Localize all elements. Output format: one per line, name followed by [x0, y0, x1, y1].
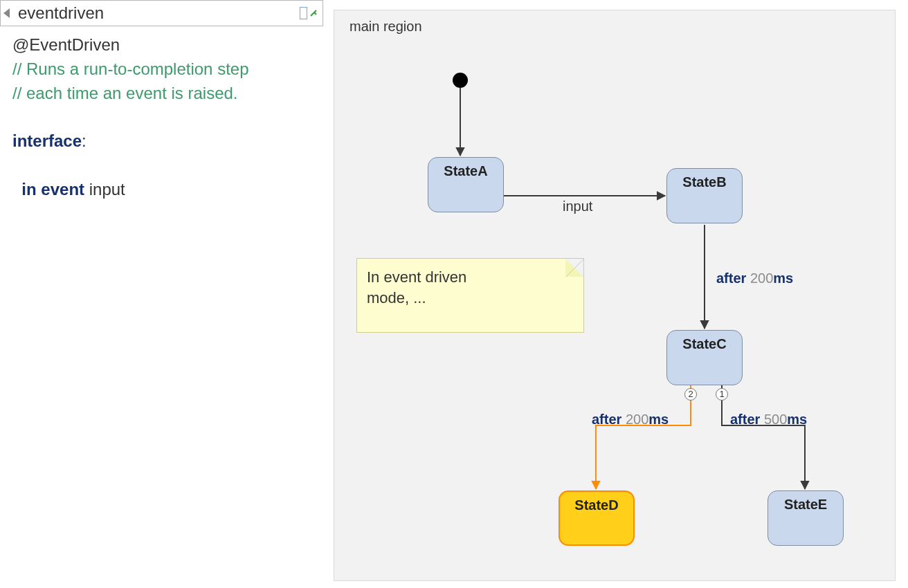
region-title: main region	[349, 19, 422, 35]
state-d-label: StateD	[574, 497, 618, 513]
panel-titlebar: eventdriven	[0, 0, 323, 26]
state-b-label: StateB	[682, 174, 726, 190]
pin-icon[interactable]	[309, 8, 318, 18]
priority-badge-c-d: 2	[684, 388, 697, 401]
state-e-label: StateE	[784, 497, 827, 512]
statechart-canvas[interactable]: main region	[334, 10, 896, 581]
state-d[interactable]: StateD	[559, 490, 635, 546]
panel-view-icon[interactable]	[300, 7, 307, 19]
transition-b-c-label: after 200ms	[716, 270, 793, 286]
state-c[interactable]: StateC	[666, 330, 743, 385]
state-e[interactable]: StateE	[768, 490, 844, 546]
state-b[interactable]: StateB	[666, 168, 743, 223]
state-a[interactable]: StateA	[428, 157, 504, 212]
initial-state[interactable]	[453, 73, 468, 88]
state-a-label: StateA	[444, 163, 487, 178]
transition-c-e-label: after 500ms	[730, 412, 807, 428]
definition-panel: eventdriven @EventDriven// Runs a run-to…	[0, 0, 324, 588]
note-line1: In event driven	[367, 267, 574, 288]
collapse-left-icon[interactable]	[3, 8, 10, 18]
transition-a-b-label: input	[563, 199, 592, 214]
diagram-panel: main region	[324, 0, 908, 588]
note-line2: mode, ...	[367, 288, 574, 309]
panel-title: eventdriven	[14, 3, 104, 23]
state-c-label: StateC	[682, 336, 726, 351]
priority-badge-c-e: 1	[716, 388, 728, 401]
note[interactable]: In event driven mode, ...	[356, 258, 584, 333]
transition-c-d-label: after 200ms	[592, 412, 669, 428]
definition-code[interactable]: @EventDriven// Runs a run-to-completion …	[0, 26, 323, 209]
